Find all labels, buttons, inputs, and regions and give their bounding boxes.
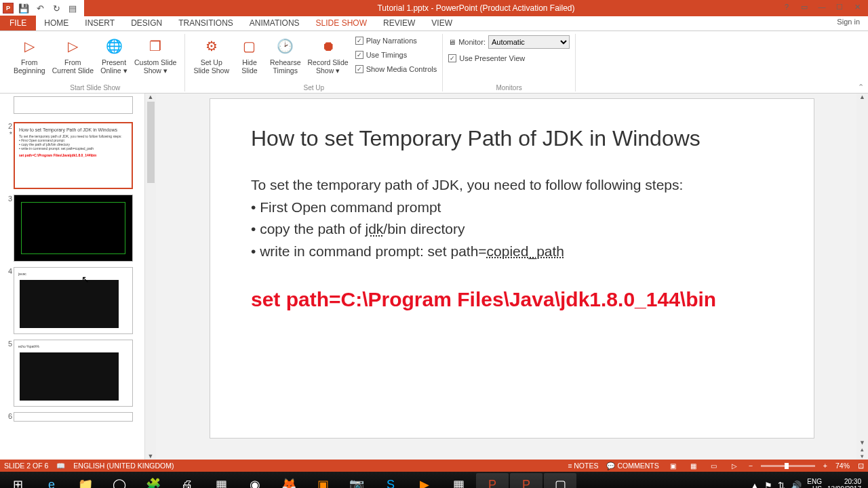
cmd-icon[interactable]: ▢: [544, 473, 576, 488]
tab-design[interactable]: DESIGN: [123, 16, 170, 30]
tab-transitions[interactable]: TRANSITIONS: [170, 16, 241, 30]
start-button[interactable]: ⊞: [1, 473, 34, 488]
group-label: Monitors: [496, 84, 521, 92]
save-icon[interactable]: 💾: [18, 2, 30, 14]
next-slide-icon[interactable]: ▾: [861, 453, 864, 460]
rehearse-label: Rehearse Timings: [270, 58, 301, 75]
thumb-slide-4[interactable]: 4javac: [4, 267, 143, 334]
system-tray[interactable]: ▲ ⚑ ⇅ 🔊 ENGUS 20:3013/09/2017: [750, 478, 867, 489]
slides-icon: ❐: [144, 35, 166, 57]
thumb-slide-6-partial[interactable]: 6: [4, 412, 143, 419]
close-icon[interactable]: ✕: [849, 0, 865, 14]
show-media-check[interactable]: ✓Show Media Controls: [355, 62, 437, 76]
monitor-label: Monitor:: [458, 38, 486, 46]
presenter-view-check[interactable]: ✓Use Presenter View: [448, 52, 570, 65]
record-icon: ⏺: [317, 35, 339, 57]
vlc-icon[interactable]: ▶: [408, 473, 441, 488]
redo-icon[interactable]: ↻: [50, 2, 62, 14]
language-status[interactable]: ENGLISH (UNITED KINGDOM): [73, 462, 174, 470]
notes-button[interactable]: ≡NOTES: [568, 462, 598, 470]
prev-slide-icon[interactable]: ▴: [861, 446, 864, 453]
custom-show-button[interactable]: ❐Custom Slide Show ▾: [132, 34, 179, 76]
scroll-down-icon[interactable]: ▼: [148, 453, 154, 460]
thumb-slide-3[interactable]: 3: [4, 195, 143, 262]
app-icon[interactable]: ▣: [307, 473, 339, 488]
minimize-icon[interactable]: —: [814, 0, 830, 14]
thumb-slide-5[interactable]: 5echo %path%: [4, 340, 143, 407]
tray-up-icon[interactable]: ▲: [750, 481, 759, 489]
zoom-in-icon[interactable]: +: [823, 462, 827, 470]
setup-show-button[interactable]: ⚙Set Up Slide Show: [191, 34, 232, 76]
undo-icon[interactable]: ↶: [34, 2, 46, 14]
fit-to-window-icon[interactable]: ⊡: [858, 462, 864, 470]
maximize-icon[interactable]: ☐: [831, 0, 848, 14]
play-narrations-check[interactable]: ✓Play Narrations: [355, 34, 437, 47]
group-label: Set Up: [304, 84, 325, 92]
collapse-ribbon-icon[interactable]: ⌃: [858, 83, 864, 92]
action-center-icon[interactable]: ⚑: [764, 481, 772, 489]
play-icon: ▷: [62, 35, 83, 57]
scroll-down-icon[interactable]: ▼: [859, 439, 865, 446]
thumb-slide-1-partial[interactable]: [4, 96, 143, 117]
explorer-icon[interactable]: 📁: [69, 473, 102, 488]
ie-icon[interactable]: e: [35, 473, 68, 488]
ribbon-display-icon[interactable]: ▭: [796, 0, 812, 14]
present-online-button[interactable]: 🌐Present Online ▾: [98, 34, 130, 76]
app-icon[interactable]: 🧩: [137, 473, 170, 488]
tab-insert[interactable]: INSERT: [77, 16, 123, 30]
from-beginning-label: From Beginning: [14, 58, 45, 75]
scroll-up-icon[interactable]: ▲: [148, 94, 154, 100]
from-beginning-button[interactable]: ▷From Beginning: [11, 34, 48, 76]
slide-bullet: • copy the path of jdk/bin directory: [251, 218, 773, 241]
canvas-scrollbar[interactable]: ▲▼▴▾: [856, 94, 868, 460]
zoom-out-icon[interactable]: −: [749, 462, 753, 470]
from-current-button[interactable]: ▷From Current Slide: [50, 34, 96, 76]
tab-slideshow[interactable]: SLIDE SHOW: [308, 16, 375, 30]
sorter-view-icon[interactable]: ▦: [688, 461, 700, 470]
zoom-percent[interactable]: 74%: [835, 462, 850, 470]
volume-icon[interactable]: 🔊: [791, 481, 802, 489]
start-from-beginning-icon[interactable]: ▤: [66, 2, 79, 14]
tab-animations[interactable]: ANIMATIONS: [241, 16, 308, 30]
slideshow-view-icon[interactable]: ▷: [728, 461, 741, 470]
monitor-select[interactable]: Automatic: [488, 35, 570, 49]
thumb-slide-2[interactable]: 2* How to set Temporary Path of JDK in W…: [4, 122, 143, 189]
title-bar: P 💾 ↶ ↻ ▤ Tutorial 1.pptx - PowerPoint (…: [0, 0, 868, 16]
network-icon[interactable]: ⇅: [778, 481, 785, 489]
scroll-handle[interactable]: [147, 102, 155, 183]
sign-in-link[interactable]: Sign in: [837, 18, 860, 26]
tab-review[interactable]: REVIEW: [375, 16, 423, 30]
slide-canvas[interactable]: How to set Temporary Path of JDK in Wind…: [210, 99, 814, 438]
record-button[interactable]: ⏺Record Slide Show ▾: [305, 34, 351, 76]
app-icon[interactable]: ▦: [442, 473, 475, 488]
taskbar: ⊞ e 📁 ◯ 🧩 🖨 ▦ ◉ 🦊 ▣ 📷 S ▶ ▦ P P ▢ ▲ ⚑ ⇅ …: [0, 472, 868, 488]
ppt-icon[interactable]: P: [510, 473, 542, 488]
hide-icon: ▢: [239, 35, 260, 57]
spellcheck-icon[interactable]: 📖: [56, 462, 65, 470]
skype-icon[interactable]: S: [374, 473, 407, 488]
firefox-icon[interactable]: 🦊: [273, 473, 305, 488]
ribbon-tabs: FILE HOME INSERT DESIGN TRANSITIONS ANIM…: [0, 16, 868, 31]
slide-number: 6: [4, 412, 14, 419]
chrome-icon[interactable]: ◉: [239, 473, 271, 488]
tab-view[interactable]: VIEW: [423, 16, 460, 30]
use-timings-check[interactable]: ✓Use Timings: [355, 48, 437, 62]
comments-button[interactable]: 💬COMMENTS: [606, 462, 658, 470]
monitor-icon: 🖥: [448, 38, 456, 46]
hp-icon[interactable]: 🖨: [171, 473, 203, 488]
scroll-up-icon[interactable]: ▲: [859, 94, 865, 100]
reading-view-icon[interactable]: ▭: [708, 461, 720, 470]
tab-file[interactable]: FILE: [0, 16, 36, 30]
obs-icon[interactable]: ◯: [103, 473, 136, 488]
rehearse-button[interactable]: 🕑Rehearse Timings: [267, 34, 304, 76]
normal-view-icon[interactable]: ▣: [667, 461, 679, 470]
tab-home[interactable]: HOME: [36, 16, 77, 30]
ppt-icon[interactable]: P: [476, 473, 509, 488]
help-icon[interactable]: ?: [778, 0, 795, 14]
zoom-slider[interactable]: [761, 465, 815, 467]
app-icon[interactable]: 📷: [340, 473, 373, 488]
netbeans-icon[interactable]: ▦: [205, 473, 237, 488]
thumbs-scrollbar[interactable]: ▲▼: [144, 94, 156, 460]
lang-code: ENG: [807, 478, 822, 486]
hide-slide-button[interactable]: ▢Hide Slide: [233, 34, 266, 76]
